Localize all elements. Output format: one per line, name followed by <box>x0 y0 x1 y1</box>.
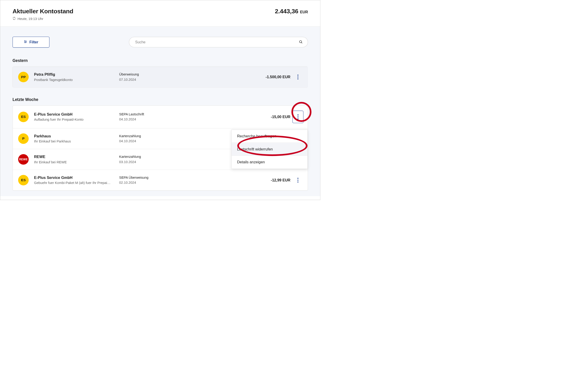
account-header: Aktueller Kontostand Heute, 19:13 Uhr 2.… <box>0 0 320 27</box>
transaction-date: 04.10.2024 <box>119 139 248 143</box>
transaction-type: Kartenzahlung <box>119 155 248 159</box>
transaction-list-yesterday: PP Petra Pfiffig Postbank Tagesgeldkonto… <box>13 67 308 88</box>
avatar: ES <box>18 112 29 122</box>
transaction-name: REWE <box>34 155 119 159</box>
transaction-date: 03.10.2024 <box>119 160 248 164</box>
svg-line-7 <box>301 42 302 43</box>
timestamp-row: Heute, 19:13 Uhr <box>13 17 73 21</box>
transaction-type: SEPA Lastschrift <box>119 112 248 116</box>
search-field-wrap[interactable] <box>129 37 308 48</box>
section-header-lastweek: Letzte Woche <box>13 97 308 102</box>
transaction-type: SEPA Überweisung <box>119 176 248 180</box>
svg-point-3 <box>25 41 25 41</box>
kebab-icon <box>297 114 299 119</box>
context-menu-item-details[interactable]: Details anzeigen <box>232 156 307 169</box>
transaction-amount: -1.500,00 EUR <box>248 75 290 79</box>
avatar: P <box>18 133 29 144</box>
transaction-name: E-Plus Service GmbH <box>34 112 119 117</box>
transaction-type: Überweisung <box>119 73 248 76</box>
context-menu-item-revoke[interactable]: Lastschrift widerrufen <box>232 143 307 156</box>
filter-icon <box>24 40 27 44</box>
section-header-yesterday: Gestern <box>13 58 308 63</box>
avatar: PP <box>18 72 29 82</box>
transaction-actions-button[interactable] <box>292 110 303 123</box>
svg-point-5 <box>25 42 26 43</box>
transaction-actions-button[interactable] <box>294 177 302 184</box>
svg-point-4 <box>26 41 26 42</box>
search-input[interactable] <box>135 40 299 44</box>
transaction-type: Kartenzahlung <box>119 134 248 138</box>
controls-row: Filter <box>13 37 308 48</box>
transaction-row[interactable]: ES E-Plus Service GmbH Aufladung fuer Ih… <box>13 106 308 128</box>
transaction-actions-button[interactable] <box>294 73 302 81</box>
transaction-date: 07.10.2024 <box>119 77 248 81</box>
transaction-row[interactable]: PP Petra Pfiffig Postbank Tagesgeldkonto… <box>13 67 308 87</box>
context-menu: Recherche beauftragen Lastschrift widerr… <box>231 130 308 169</box>
transaction-date: 02.10.2024 <box>119 181 248 185</box>
transaction-name: Petra Pfiffig <box>34 72 119 77</box>
transaction-amount: -15,00 EUR <box>248 115 290 119</box>
balance-amount: 2.443,36 <box>275 8 298 15</box>
transaction-subtitle: Aufladung fuer Ihr Prepaid-Konto <box>34 118 119 122</box>
transaction-subtitle: Ihr Einkauf bei REWE <box>34 160 119 164</box>
transaction-amount: -12,99 EUR <box>248 178 290 182</box>
page-title: Aktueller Kontostand <box>13 8 73 15</box>
transaction-subtitle: Postbank Tagesgeldkonto <box>34 78 119 82</box>
avatar: ES <box>18 175 29 185</box>
transaction-list-lastweek: ES E-Plus Service GmbH Aufladung fuer Ih… <box>13 105 308 191</box>
timestamp-text: Heute, 19:13 Uhr <box>17 17 43 21</box>
filter-label: Filter <box>29 40 38 44</box>
refresh-icon[interactable] <box>13 17 16 21</box>
balance: 2.443,36 EUR <box>275 8 308 15</box>
transaction-row[interactable]: ES E-Plus Service GmbH Gebuehr fuer Komb… <box>13 170 308 190</box>
transaction-name: E-Plus Service GmbH <box>34 175 119 180</box>
svg-point-6 <box>300 41 302 43</box>
transaction-date: 04.10.2024 <box>119 117 248 121</box>
balance-currency: EUR <box>300 10 308 15</box>
context-menu-item-research[interactable]: Recherche beauftragen <box>232 130 307 143</box>
filter-button[interactable]: Filter <box>13 37 50 48</box>
search-icon[interactable] <box>299 40 303 44</box>
avatar: REWE <box>18 154 29 165</box>
kebab-icon <box>297 178 298 183</box>
kebab-icon <box>297 75 298 79</box>
transaction-name: Parkhaus <box>34 134 119 138</box>
transaction-subtitle: Ihr Einkauf bei Parkhaus <box>34 140 119 143</box>
transaction-subtitle: Gebuehr fuer Kombi-Paket M (alt) fuer Ih… <box>34 181 119 185</box>
